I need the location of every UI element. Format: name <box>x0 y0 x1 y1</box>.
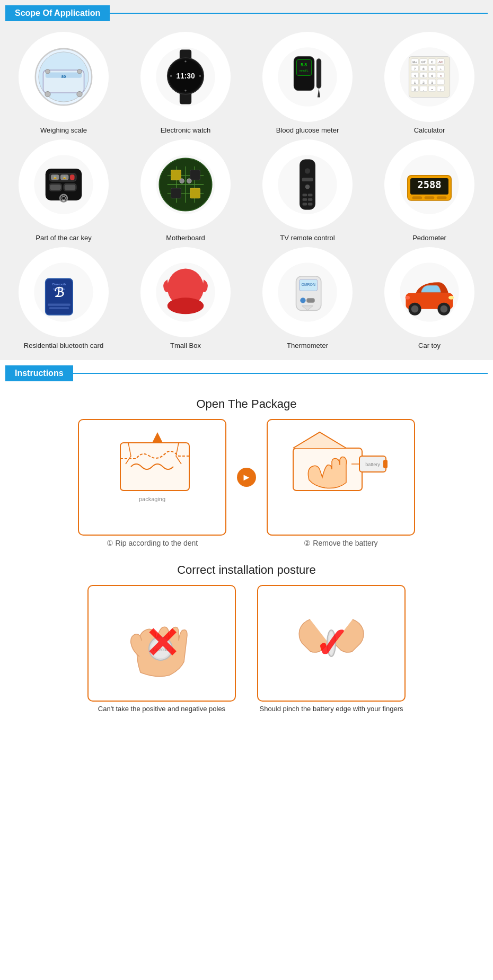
scope-label: Tmall Box <box>170 342 201 349</box>
svg-rect-92 <box>171 188 181 198</box>
svg-point-18 <box>199 75 201 77</box>
svg-rect-111 <box>412 196 422 199</box>
svg-rect-103 <box>303 198 307 201</box>
svg-text:2588: 2588 <box>417 179 441 190</box>
scope-label: Residential bluetooth card <box>24 342 103 349</box>
instructions-tag: Instructions <box>5 365 73 381</box>
scope-item-watch: 11:30 Electronic watch <box>127 32 244 134</box>
svg-rect-90 <box>171 170 181 180</box>
svg-text:C: C <box>431 60 434 64</box>
thermometer-icon: OMRON <box>262 247 353 337</box>
scope-item-cartoy: Car toy <box>371 247 488 349</box>
svg-text:CR2032: CR2032 <box>153 648 169 652</box>
open-package-title: Open The Package <box>5 397 488 411</box>
scope-label: Electronic watch <box>161 126 211 134</box>
svg-rect-104 <box>308 198 313 201</box>
svg-rect-101 <box>303 194 307 196</box>
posture-wrong-label: Can't take the positive and negative pol… <box>87 705 236 713</box>
svg-rect-106 <box>308 203 313 205</box>
scope-label: Thermometer <box>287 342 328 349</box>
scope-grid: 80 Weighing scale <box>5 32 488 349</box>
svg-text:=: = <box>431 88 433 91</box>
scope-label: Weighing scale <box>40 126 87 134</box>
svg-text:Induction: Induction <box>54 287 65 291</box>
posture-correct-item: ✓ Should pinch the battery edge with you… <box>257 585 406 713</box>
svg-text:🔒: 🔒 <box>63 176 67 180</box>
svg-rect-75 <box>70 174 75 180</box>
svg-point-17 <box>170 75 172 77</box>
pedometer-icon: 2588 <box>384 139 474 230</box>
svg-rect-24 <box>316 59 321 89</box>
calculator-icon: M+ GT C AC 7 8 9 ÷ 4 5 6 × <box>384 32 474 122</box>
svg-point-7 <box>46 69 50 74</box>
scope-section: 80 Weighing scale <box>0 21 493 360</box>
svg-text:mmol/L: mmol/L <box>300 69 309 72</box>
svg-text:5.8: 5.8 <box>301 62 307 67</box>
electronic-watch-icon: 11:30 <box>140 32 231 122</box>
step1-diagram: packaging <box>89 427 216 528</box>
step1-box: packaging <box>78 419 226 536</box>
scope-label: Motherboard <box>166 234 205 242</box>
svg-text:+: + <box>440 88 442 91</box>
instructions-header: Instructions <box>5 365 488 381</box>
instructions-line <box>73 373 488 374</box>
svg-point-149 <box>329 632 334 655</box>
svg-rect-102 <box>308 194 313 196</box>
svg-rect-138 <box>120 443 189 491</box>
svg-text:packaging: packaging <box>139 496 165 502</box>
scope-label: Calculator <box>414 126 445 134</box>
scope-label: Car toy <box>418 342 441 349</box>
svg-point-137 <box>406 296 410 300</box>
scope-label: Blood glucose meter <box>276 126 339 134</box>
bluetooth-card-icon: ℬ Bluetooth Induction <box>19 247 109 337</box>
scope-item-bluetooth: ℬ Bluetooth Induction Residential blueto… <box>5 247 122 349</box>
scope-label: Part of the car key <box>36 234 92 242</box>
svg-text:OMRON: OMRON <box>302 283 315 286</box>
svg-point-15 <box>184 60 186 62</box>
svg-point-94 <box>180 179 184 183</box>
svg-text:80: 80 <box>61 74 66 79</box>
svg-rect-118 <box>49 307 69 309</box>
scope-item-pedometer: 2588 Pedometer <box>371 139 488 242</box>
posture-wrong-diagram: CR2032 <box>98 593 225 694</box>
posture-correct-diagram <box>268 593 395 694</box>
scope-item-glucose: 5.8 mmol/L Blood glucose meter <box>249 32 366 134</box>
svg-point-100 <box>305 185 310 189</box>
blood-glucose-icon: 5.8 mmol/L <box>262 32 353 122</box>
svg-point-6 <box>77 91 82 97</box>
svg-point-136 <box>448 296 454 300</box>
step2-label: ② Remove the battery <box>304 539 377 547</box>
svg-text:AC: AC <box>438 60 443 64</box>
step2-diagram: battery <box>277 427 404 528</box>
steps-row: packaging ► battery <box>5 419 488 536</box>
svg-text:Bluetooth: Bluetooth <box>52 283 66 286</box>
svg-rect-105 <box>303 203 307 205</box>
step-arrow: ► <box>237 468 256 487</box>
svg-point-128 <box>300 298 305 303</box>
svg-rect-77 <box>50 185 61 190</box>
svg-text:🔓: 🔓 <box>53 176 57 180</box>
svg-point-95 <box>187 179 192 183</box>
svg-rect-112 <box>425 196 435 199</box>
scope-tag: Scope Of Application <box>5 5 110 21</box>
scope-label: TV remote control <box>280 234 334 242</box>
svg-rect-93 <box>190 188 200 198</box>
tv-remote-icon <box>262 139 353 230</box>
scope-item-carkey: 🔓 🔒 Part of the car key <box>5 139 122 242</box>
svg-text:11:30: 11:30 <box>176 72 195 80</box>
svg-point-8 <box>77 69 82 74</box>
posture-correct-label: Should pinch the battery edge with your … <box>257 705 406 713</box>
svg-point-16 <box>184 90 186 91</box>
step2-box: battery <box>267 419 415 536</box>
scope-label: Pedometer <box>412 234 446 242</box>
instructions-section: Open The Package packaging ► <box>0 381 493 726</box>
tmall-box-icon <box>140 247 231 337</box>
posture-row: CR2032 ✕ Can't take the positive and neg… <box>5 585 488 713</box>
posture-correct-box: ✓ <box>257 585 406 702</box>
posture-title: Correct installation posture <box>5 563 488 577</box>
svg-text:M+: M+ <box>412 60 417 64</box>
scope-item-tmall: Tmall Box <box>127 247 244 349</box>
svg-rect-142 <box>383 460 388 468</box>
svg-rect-117 <box>48 303 71 305</box>
scope-header: Scope Of Application <box>5 5 488 21</box>
